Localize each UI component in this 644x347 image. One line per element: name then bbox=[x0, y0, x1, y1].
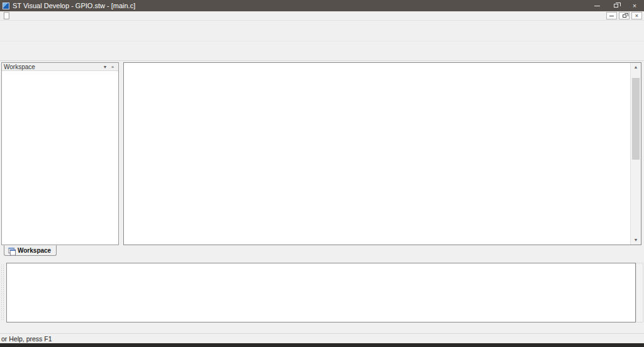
output-log[interactable] bbox=[6, 263, 636, 322]
mdi-restore-button[interactable] bbox=[619, 12, 630, 19]
toolbar-debug bbox=[0, 41, 644, 61]
output-scrollbar[interactable] bbox=[636, 263, 643, 322]
title-bar: ST Visual Develop - GPIO.stw - [main.c] … bbox=[0, 0, 644, 11]
workspace-tree bbox=[2, 71, 118, 241]
restore-button[interactable] bbox=[606, 0, 625, 11]
mdi-close-button[interactable]: × bbox=[631, 12, 642, 19]
workspace-panel-title: Workspace bbox=[4, 63, 35, 70]
workspace-tab[interactable]: Workspace bbox=[4, 245, 57, 256]
panel-menu-icon[interactable]: ▾ bbox=[101, 64, 109, 70]
scroll-up-icon[interactable]: ▲ bbox=[631, 63, 641, 72]
window-title: ST Visual Develop - GPIO.stw - [main.c] bbox=[13, 2, 135, 9]
editor-scrollbar[interactable]: ▲ ▼ bbox=[630, 63, 641, 245]
restore-icon bbox=[614, 4, 618, 8]
mdi-minimize-button[interactable] bbox=[606, 12, 617, 19]
window-controls: × bbox=[587, 0, 644, 11]
minimize-icon bbox=[609, 16, 614, 16]
output-pane bbox=[0, 262, 644, 323]
status-bar: or Help, press F1 bbox=[0, 333, 644, 343]
toolbar-main bbox=[0, 21, 644, 41]
code-lines bbox=[124, 64, 630, 245]
scrollbar-thumb[interactable] bbox=[632, 78, 640, 160]
editor-tabs bbox=[123, 245, 641, 256]
panel-close-icon[interactable]: × bbox=[109, 64, 116, 70]
workspace-panel: Workspace ▾ × bbox=[1, 62, 119, 245]
status-message: or Help, press F1 bbox=[0, 335, 52, 343]
document-icon bbox=[2, 12, 11, 19]
pane-gripper[interactable] bbox=[1, 265, 4, 320]
scroll-down-icon[interactable]: ▼ bbox=[631, 236, 641, 245]
menu-bar: × bbox=[0, 11, 644, 21]
restore-icon bbox=[623, 14, 626, 18]
output-tab-bar bbox=[0, 323, 644, 333]
code-editor[interactable]: ▲ ▼ bbox=[123, 62, 641, 245]
workspace-tab-label: Workspace bbox=[18, 247, 51, 254]
mdi-controls: × bbox=[604, 12, 642, 19]
minimize-icon bbox=[594, 6, 600, 6]
taskbar-strip bbox=[0, 343, 644, 347]
minimize-button[interactable] bbox=[587, 0, 606, 11]
workspace-panel-header: Workspace ▾ × bbox=[2, 63, 118, 71]
app-icon bbox=[3, 3, 9, 9]
app-window: ST Visual Develop - GPIO.stw - [main.c] … bbox=[0, 0, 644, 347]
workspace-icon bbox=[8, 247, 16, 254]
close-button[interactable]: × bbox=[625, 0, 644, 11]
